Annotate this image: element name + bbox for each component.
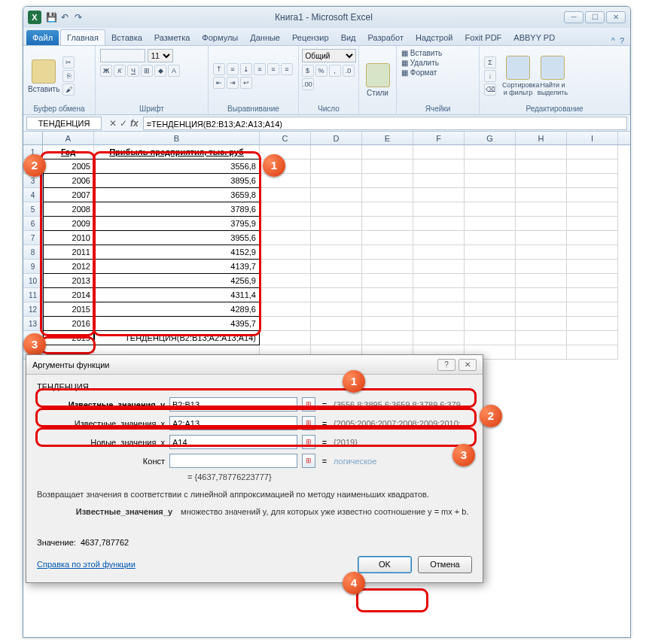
cell[interactable] <box>567 245 618 260</box>
arg-input-const[interactable] <box>169 454 297 468</box>
cell[interactable] <box>516 159 567 174</box>
cell[interactable]: Год <box>43 145 94 159</box>
wrap-icon[interactable]: ↩ <box>240 77 252 89</box>
cell[interactable] <box>362 260 413 274</box>
cell[interactable] <box>413 174 465 188</box>
tab-file[interactable]: Файл <box>26 30 59 45</box>
cell[interactable] <box>260 217 311 231</box>
cell[interactable] <box>516 331 567 345</box>
cell[interactable] <box>516 231 567 245</box>
cell[interactable] <box>465 274 516 288</box>
cell[interactable]: 3955,6 <box>94 231 260 245</box>
inc-dec-icon[interactable]: .0 <box>343 65 355 77</box>
cell[interactable] <box>362 231 413 245</box>
cell[interactable] <box>567 274 618 288</box>
row-header[interactable]: 6 <box>23 217 43 231</box>
cell[interactable] <box>260 188 311 202</box>
align-bot-icon[interactable]: ⤓ <box>240 63 252 75</box>
ref-button-const[interactable]: ⊞ <box>302 454 315 468</box>
cell[interactable]: 2010 <box>43 231 94 245</box>
tab-addins[interactable]: Надстрой <box>410 30 459 45</box>
cell[interactable] <box>362 274 413 288</box>
row-header[interactable]: 14 <box>23 331 43 345</box>
tab-view[interactable]: Вид <box>335 30 362 45</box>
cell[interactable] <box>516 188 567 202</box>
cell[interactable] <box>413 274 465 288</box>
cell[interactable] <box>465 217 516 231</box>
cell[interactable] <box>260 202 311 217</box>
row-header[interactable]: 10 <box>23 274 43 288</box>
table-row[interactable]: 820114152,9 <box>23 245 630 260</box>
cell[interactable] <box>516 317 567 331</box>
cell[interactable] <box>311 159 362 174</box>
enter-formula-icon[interactable]: ✓ <box>120 118 127 129</box>
cell[interactable] <box>465 202 516 217</box>
table-row[interactable]: 142019ТЕНДЕНЦИЯ(B2:B13;A2:A13;A14) <box>23 331 630 345</box>
cell[interactable] <box>413 260 465 274</box>
tab-review[interactable]: Рецензир <box>286 30 335 45</box>
cell[interactable] <box>413 302 465 317</box>
cell[interactable] <box>516 202 567 217</box>
cell[interactable] <box>516 174 567 188</box>
dialog-help-link[interactable]: Справка по этой функции <box>37 560 136 569</box>
cell[interactable] <box>260 302 311 317</box>
cell[interactable] <box>465 174 516 188</box>
cell[interactable] <box>413 145 465 159</box>
tab-formulas[interactable]: Формулы <box>196 30 244 45</box>
dialog-close-button[interactable]: ✕ <box>459 359 477 371</box>
col-B[interactable]: B <box>94 132 260 144</box>
cell[interactable] <box>362 217 413 231</box>
col-F[interactable]: F <box>413 132 465 144</box>
collapse-ribbon-icon[interactable]: ^ <box>611 36 615 45</box>
cell[interactable] <box>465 288 516 302</box>
fill-color-icon[interactable]: ◆ <box>154 65 166 77</box>
align-top-icon[interactable]: ⤒ <box>213 63 225 75</box>
cell[interactable] <box>465 145 516 159</box>
cell[interactable] <box>465 331 516 345</box>
help-icon[interactable]: ? <box>620 36 624 45</box>
table-row[interactable]: 1220154289,6 <box>23 302 630 317</box>
sort-filter-button[interactable]: Сортировка и фильтр <box>502 56 534 96</box>
spreadsheet-grid[interactable]: A B C D E F G H I 1ГодПрибыль предприяти… <box>23 132 630 360</box>
underline-icon[interactable]: Ч <box>127 65 139 77</box>
undo-icon[interactable]: ↶ <box>59 12 70 23</box>
tab-abbyy[interactable]: ABBYY PD <box>507 30 561 45</box>
cell[interactable] <box>311 331 362 345</box>
indent-dec-icon[interactable]: ⇤ <box>213 77 225 89</box>
cancel-formula-icon[interactable]: ✕ <box>109 118 117 129</box>
row-header[interactable]: 9 <box>23 260 43 274</box>
fill-icon[interactable]: ↓ <box>484 70 496 82</box>
cell[interactable]: 2014 <box>43 288 94 302</box>
comma-icon[interactable]: , <box>329 65 341 77</box>
cell[interactable] <box>413 231 465 245</box>
row-header[interactable]: 3 <box>23 174 43 188</box>
cell[interactable]: 4311,4 <box>94 288 260 302</box>
cell[interactable]: 2011 <box>43 245 94 260</box>
arg-input-known-y[interactable] <box>169 397 297 412</box>
paste-button[interactable]: Вставить <box>28 59 59 93</box>
row-header[interactable]: 4 <box>23 188 43 202</box>
cell[interactable] <box>260 174 311 188</box>
cell[interactable] <box>413 217 465 231</box>
col-D[interactable]: D <box>311 132 362 144</box>
cell[interactable] <box>260 274 311 288</box>
cell[interactable] <box>311 174 362 188</box>
cell[interactable]: 3789,6 <box>94 202 260 217</box>
cell[interactable] <box>567 302 618 317</box>
cell[interactable] <box>567 288 618 302</box>
cell[interactable] <box>516 145 567 159</box>
save-icon[interactable]: 💾 <box>46 12 56 23</box>
tab-insert[interactable]: Вставка <box>105 30 148 45</box>
table-row[interactable]: 1ГодПрибыль предприятия, тыс. руб <box>23 145 630 159</box>
cell[interactable] <box>567 231 618 245</box>
insert-cells-button[interactable]: ▦ Вставить <box>401 49 442 57</box>
cell[interactable] <box>567 159 618 174</box>
ref-button-known-x[interactable]: ⊞ <box>302 416 315 430</box>
minimize-button[interactable]: ─ <box>564 11 583 23</box>
col-H[interactable]: H <box>516 132 567 144</box>
italic-icon[interactable]: К <box>114 65 126 77</box>
cell[interactable]: 3795,9 <box>94 217 260 231</box>
dec-dec-icon[interactable]: .00 <box>302 78 314 90</box>
cell[interactable]: 4139,7 <box>94 260 260 274</box>
cell[interactable] <box>311 274 362 288</box>
